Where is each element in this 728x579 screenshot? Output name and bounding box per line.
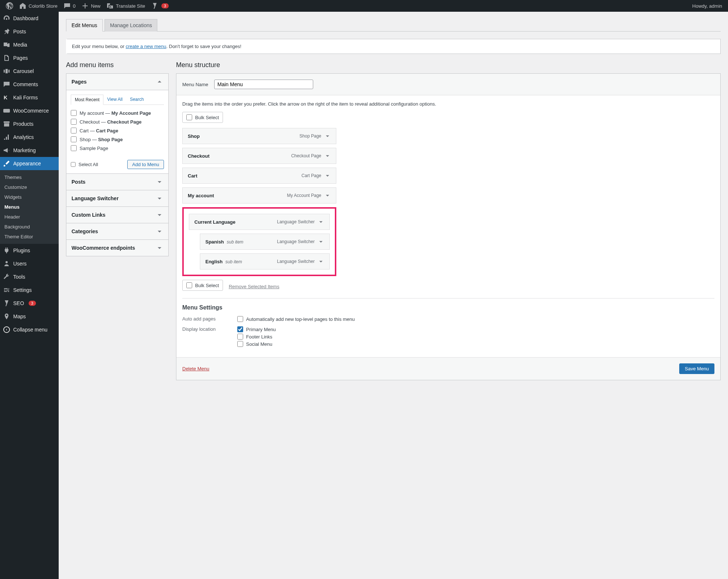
section-custom-links-header[interactable]: Custom Links	[66, 207, 168, 223]
wp-logo[interactable]	[3, 2, 16, 10]
section-pages: Pages Most Recent View All Search My acc…	[66, 73, 169, 174]
menu-appearance[interactable]: Appearance	[0, 157, 59, 170]
pages-list: My account — My Account Page Checkout — …	[71, 109, 164, 153]
list-item: Sample Page	[71, 144, 164, 153]
location-social[interactable]: Social Menu	[237, 341, 276, 347]
menu-carousel[interactable]: Carousel	[0, 65, 59, 78]
menu-comments[interactable]: Comments	[0, 78, 59, 91]
menu-kali[interactable]: KKali Forms	[0, 91, 59, 104]
menu-pages[interactable]: Pages	[0, 51, 59, 65]
add-to-menu-button[interactable]: Add to Menu	[127, 160, 164, 169]
add-items-heading: Add menu items	[66, 61, 169, 69]
menu-item-current-language[interactable]: Current Language Language Switcher	[189, 214, 330, 230]
wrench-icon	[3, 273, 10, 281]
menu-posts[interactable]: Posts	[0, 25, 59, 38]
comment-icon	[3, 81, 10, 88]
caret-down-icon[interactable]	[318, 219, 324, 225]
menu-media[interactable]: Media	[0, 38, 59, 51]
chart-icon	[3, 133, 10, 141]
menu-settings[interactable]: Settings	[0, 283, 59, 297]
tab-manage-locations[interactable]: Manage Locations	[105, 19, 157, 32]
menu-name-input[interactable]	[214, 80, 313, 89]
menu-dashboard[interactable]: Dashboard	[0, 12, 59, 25]
caret-down-icon[interactable]	[324, 192, 331, 199]
location-checkbox[interactable]	[237, 334, 243, 340]
tab-most-recent[interactable]: Most Recent	[71, 95, 103, 105]
select-all[interactable]: Select All	[71, 162, 98, 167]
section-pages-header[interactable]: Pages	[66, 74, 168, 90]
location-primary[interactable]: Primary Menu	[237, 326, 276, 332]
menu-users[interactable]: Users	[0, 257, 59, 270]
carousel-icon	[3, 67, 10, 75]
menu-woocommerce[interactable]: WooCommerce	[0, 104, 59, 117]
create-menu-link[interactable]: create a new menu	[126, 44, 167, 49]
svg-text:K: K	[4, 95, 7, 100]
submenu-customize[interactable]: Customize	[0, 182, 59, 192]
menu-collapse[interactable]: Collapse menu	[0, 323, 59, 336]
auto-add-checkbox[interactable]	[237, 316, 243, 322]
menu-seo[interactable]: SEO3	[0, 297, 59, 310]
submenu-widgets[interactable]: Widgets	[0, 192, 59, 202]
bulk-select-top[interactable]: Bulk Select	[182, 112, 223, 123]
tab-edit-menus[interactable]: Edit Menus	[66, 19, 103, 32]
menu-item-english[interactable]: English sub item Language Switcher	[200, 253, 330, 270]
page-checkbox[interactable]	[71, 128, 77, 133]
menu-box: Menu Name Drag the items into the order …	[176, 73, 721, 380]
submenu-themes[interactable]: Themes	[0, 172, 59, 182]
auto-add-option[interactable]: Automatically add new top-level pages to…	[237, 316, 355, 322]
tab-search[interactable]: Search	[126, 95, 147, 105]
caret-down-icon[interactable]	[324, 153, 331, 159]
user-icon	[3, 260, 10, 267]
caret-down-icon[interactable]	[324, 133, 331, 139]
translate-link[interactable]: Translate Site	[103, 2, 148, 10]
site-name-link[interactable]: Colorlib Store	[16, 2, 61, 10]
woo-icon	[3, 107, 10, 114]
menu-analytics[interactable]: Analytics	[0, 131, 59, 144]
menu-marketing[interactable]: Marketing	[0, 144, 59, 157]
location-checkbox[interactable]	[237, 326, 243, 332]
auto-add-label: Auto add pages	[182, 316, 237, 323]
tab-view-all[interactable]: View All	[103, 95, 126, 105]
comments-link[interactable]: 0	[61, 2, 78, 10]
submenu-menus[interactable]: Menus	[0, 202, 59, 212]
menu-tools[interactable]: Tools	[0, 270, 59, 283]
caret-down-icon	[156, 211, 163, 219]
section-categories-header[interactable]: Categories	[66, 223, 168, 239]
yoast-link[interactable]: 3	[148, 2, 172, 10]
menu-maps[interactable]: Maps	[0, 310, 59, 323]
caret-down-icon[interactable]	[324, 172, 331, 179]
menu-products[interactable]: Products	[0, 117, 59, 131]
location-footer[interactable]: Footer Links	[237, 334, 276, 340]
site-name: Colorlib Store	[29, 3, 58, 9]
page-checkbox[interactable]	[71, 136, 77, 142]
location-checkbox[interactable]	[237, 341, 243, 347]
page-checkbox[interactable]	[71, 110, 77, 116]
section-woo-endpoints-header[interactable]: WooCommerce endpoints	[66, 240, 168, 256]
menu-item-checkout[interactable]: Checkout Checkout Page	[182, 148, 336, 164]
display-location-label: Display location	[182, 326, 237, 348]
bulk-checkbox[interactable]	[186, 282, 192, 288]
caret-down-icon[interactable]	[318, 238, 324, 245]
user-greeting[interactable]: Howdy, admin	[689, 3, 725, 9]
menu-item-account[interactable]: My account My Account Page	[182, 187, 336, 204]
menu-item-cart[interactable]: Cart Cart Page	[182, 168, 336, 184]
submenu-theme-editor[interactable]: Theme Editor	[0, 232, 59, 242]
page-checkbox[interactable]	[71, 145, 77, 151]
caret-down-icon[interactable]	[318, 258, 324, 265]
page-checkbox[interactable]	[71, 119, 77, 125]
section-language-header[interactable]: Language Switcher	[66, 190, 168, 206]
delete-menu-link[interactable]: Delete Menu	[182, 366, 209, 371]
menu-item-spanish[interactable]: Spanish sub item Language Switcher	[200, 234, 330, 250]
list-item: Checkout — Checkout Page	[71, 117, 164, 126]
new-link[interactable]: New	[78, 2, 103, 10]
submenu-background[interactable]: Background	[0, 222, 59, 232]
save-menu-button[interactable]: Save Menu	[679, 363, 714, 374]
remove-selected-link[interactable]: Remove Selected Items	[229, 284, 279, 289]
submenu-header[interactable]: Header	[0, 212, 59, 222]
menu-plugins[interactable]: Plugins	[0, 244, 59, 257]
select-all-checkbox[interactable]	[71, 162, 76, 167]
section-posts-header[interactable]: Posts	[66, 174, 168, 190]
bulk-select-bottom[interactable]: Bulk Select	[182, 280, 223, 291]
menu-item-shop[interactable]: Shop Shop Page	[182, 128, 336, 144]
bulk-checkbox[interactable]	[186, 114, 192, 120]
